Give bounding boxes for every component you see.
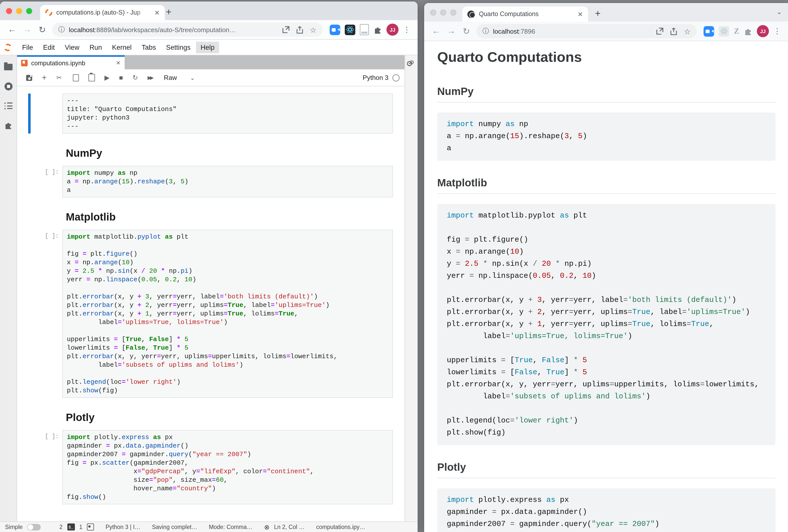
- kernel-status-icon[interactable]: [393, 74, 399, 81]
- simple-mode-label: Simple: [5, 524, 23, 530]
- site-info-icon[interactable]: ⓘ: [482, 27, 489, 36]
- new-tab-button[interactable]: +: [595, 8, 600, 19]
- extensions-puzzle-icon[interactable]: [744, 27, 752, 36]
- paste-cells-button[interactable]: [88, 74, 95, 81]
- close-notebook-tab-icon[interactable]: ✕: [116, 60, 121, 66]
- restart-kernel-button[interactable]: ↻: [133, 74, 138, 81]
- extensions-puzzle-icon[interactable]: [373, 25, 382, 34]
- forward-button[interactable]: →: [444, 26, 458, 36]
- react-devtools-icon[interactable]: [719, 26, 729, 36]
- menu-view[interactable]: View: [60, 41, 84, 53]
- z-extension-icon[interactable]: Z: [734, 27, 739, 36]
- simple-mode-toggle[interactable]: [27, 524, 41, 530]
- close-window-button[interactable]: [430, 9, 436, 16]
- quarto-browser-window: Quarto Computations ✕ + ⌄ ← → ↻ ⓘ localh…: [424, 3, 788, 532]
- extensions-row: JJ ⋮: [326, 24, 413, 36]
- matplotlib-cell-editor[interactable]: import matplotlib.pyplot as plt fig = pl…: [62, 230, 393, 398]
- new-tab-button[interactable]: +: [166, 6, 171, 18]
- raw-yaml-cell[interactable]: ---title: "Quarto Computations"jupyter: …: [30, 94, 393, 134]
- code-cell-matplotlib[interactable]: [ ]: import matplotlib.pyplot as plt fig…: [30, 230, 393, 398]
- close-window-button[interactable]: [6, 8, 12, 14]
- window-controls: [430, 9, 456, 16]
- notebook-toolbar: + ✂ ▶ ■ ↻ ▶▶ Raw ⌄ Python 3: [17, 69, 405, 86]
- left-chrome-toolbar: ← → ↻ ⓘ localhost:8889/lab/workspaces/au…: [0, 20, 418, 40]
- code-cell-numpy[interactable]: [ ]: import numpy as npa = np.arange(15)…: [30, 166, 393, 198]
- address-bar[interactable]: ⓘ localhost:8889/lab/workspaces/auto-S/t…: [52, 23, 323, 37]
- bookmark-star-icon[interactable]: ☆: [310, 26, 317, 34]
- markdown-heading-numpy: NumPy: [66, 147, 393, 159]
- document-tabbar: computations.ipynb ✕: [17, 55, 405, 69]
- restart-run-all-button[interactable]: ▶▶: [147, 75, 152, 80]
- browser-menu-icon[interactable]: ⋮: [403, 25, 411, 34]
- globe-favicon-icon: [467, 10, 475, 18]
- saving-status: Saving complet…: [152, 524, 197, 530]
- trust-shield-icon: ⊗: [264, 524, 270, 530]
- cell-type-dropdown[interactable]: Raw ⌄: [164, 74, 195, 81]
- menu-settings[interactable]: Settings: [162, 41, 195, 53]
- menu-edit[interactable]: Edit: [39, 41, 60, 53]
- add-cell-button[interactable]: +: [42, 73, 47, 82]
- close-tab-icon[interactable]: ✕: [577, 11, 583, 17]
- back-button[interactable]: ←: [5, 25, 19, 35]
- zoom-extension-icon[interactable]: [704, 26, 714, 36]
- notebook-tab[interactable]: computations.ipynb ✕: [17, 55, 125, 69]
- document-extension-icon[interactable]: [360, 24, 369, 35]
- open-in-new-icon[interactable]: [282, 26, 289, 33]
- page-title: Quarto Computations: [437, 49, 775, 65]
- menu-run[interactable]: Run: [85, 41, 106, 53]
- share-icon[interactable]: [296, 26, 303, 34]
- plotly-cell-editor[interactable]: import plotly.express as pxgapminder = p…: [62, 430, 393, 504]
- interrupt-kernel-button[interactable]: ■: [119, 74, 123, 81]
- kernels-count: 1: [79, 524, 82, 530]
- profile-avatar[interactable]: JJ: [387, 24, 398, 36]
- line-col-indicator[interactable]: Ln 2, Col …: [274, 524, 304, 530]
- tab-search-chevron-icon[interactable]: ⌄: [776, 8, 782, 16]
- back-button[interactable]: ←: [429, 26, 443, 36]
- extension-manager-icon[interactable]: [4, 121, 13, 129]
- code-cell-plotly[interactable]: [ ]: import plotly.express as pxgapminde…: [30, 430, 393, 504]
- menu-tabs[interactable]: Tabs: [137, 41, 161, 53]
- right-sidebar-strip: ⚙⚙: [405, 55, 418, 521]
- cut-cells-button[interactable]: ✂: [56, 74, 62, 81]
- left-chrome-tabstrip: computations.ip (auto-S) - Jup ✕ +: [0, 1, 418, 20]
- run-cell-button[interactable]: ▶: [104, 74, 110, 81]
- cell-selection-bar: [28, 94, 31, 134]
- profile-avatar[interactable]: JJ: [757, 25, 769, 37]
- table-of-contents-icon[interactable]: [4, 102, 12, 109]
- jupyterlab-browser-window: computations.ip (auto-S) - Jup ✕ + ← → ↻…: [0, 1, 418, 532]
- zoom-window-button[interactable]: [26, 8, 32, 14]
- close-tab-icon[interactable]: ✕: [154, 9, 160, 16]
- share-icon[interactable]: [670, 27, 677, 35]
- browser-tab-jupyter[interactable]: computations.ip (auto-S) - Jup ✕: [40, 5, 165, 20]
- browser-menu-icon[interactable]: ⋮: [773, 27, 781, 36]
- zoom-window-button[interactable]: [450, 9, 456, 16]
- jupyter-favicon-icon: [44, 8, 54, 18]
- site-info-icon[interactable]: ⓘ: [58, 25, 65, 34]
- menu-kernel[interactable]: Kernel: [107, 41, 136, 53]
- menu-help[interactable]: Help: [196, 41, 219, 53]
- address-bar[interactable]: ⓘ localhost:7896 ☆: [476, 24, 697, 38]
- minimize-window-button[interactable]: [440, 9, 446, 16]
- bookmark-star-icon[interactable]: ☆: [684, 27, 691, 35]
- kernel-status-text[interactable]: Python 3 | I…: [105, 524, 140, 530]
- numpy-cell-editor[interactable]: import numpy as npa = np.arange(15).resh…: [62, 166, 393, 198]
- running-kernels-icon[interactable]: [4, 82, 12, 90]
- file-browser-icon[interactable]: [4, 64, 13, 70]
- copy-cells-button[interactable]: [73, 74, 79, 81]
- reload-button[interactable]: ↻: [35, 24, 49, 35]
- minimize-window-button[interactable]: [16, 8, 22, 14]
- property-inspector-gear-icon[interactable]: ⚙⚙: [406, 59, 411, 68]
- kernel-name[interactable]: Python 3: [362, 74, 389, 81]
- browser-tab-quarto[interactable]: Quarto Computations ✕: [462, 6, 588, 22]
- jupyterlab-menubar: File Edit View Run Kernel Tabs Settings …: [0, 40, 418, 55]
- raw-cell-editor[interactable]: ---title: "Quarto Computations"jupyter: …: [62, 94, 393, 134]
- react-devtools-icon[interactable]: [345, 24, 355, 35]
- zoom-extension-icon[interactable]: [330, 24, 340, 35]
- save-button[interactable]: [26, 75, 32, 81]
- menu-file[interactable]: File: [18, 41, 38, 53]
- forward-button[interactable]: →: [20, 25, 34, 35]
- reload-button[interactable]: ↻: [459, 26, 473, 36]
- quarto-rendered-page: Quarto Computations NumPy import numpy a…: [424, 41, 788, 532]
- statusbar-filename: computations.ipy…: [316, 524, 366, 530]
- open-in-new-icon[interactable]: [656, 28, 663, 35]
